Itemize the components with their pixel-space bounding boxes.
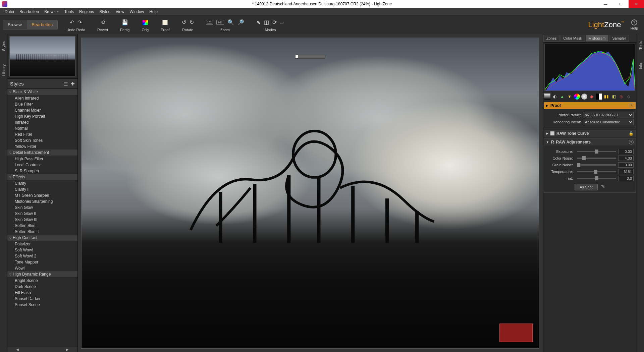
region-icon[interactable]: ▱: [280, 19, 284, 25]
style-item[interactable]: Fill Flash: [7, 290, 77, 296]
style-item[interactable]: Tone Mapper: [7, 259, 77, 265]
menu-styles[interactable]: Styles: [97, 9, 113, 15]
mode-browse[interactable]: Browse: [3, 20, 27, 29]
raw-adj-header[interactable]: ▼ R RAW Adjustments ?: [544, 139, 636, 145]
scroll-left[interactable]: ◀: [9, 348, 25, 351]
style-category[interactable]: High Contrast: [7, 235, 77, 241]
menu-help[interactable]: Help: [147, 9, 160, 15]
style-item[interactable]: SLR Sharpen: [7, 168, 77, 174]
style-item[interactable]: Local Contrast: [7, 162, 77, 168]
rendering-intent-select[interactable]: Absolute Colorimetric: [583, 119, 634, 125]
style-item[interactable]: Midtones Sharpening: [7, 198, 77, 204]
style-item[interactable]: Sunset Scene: [7, 302, 77, 308]
style-item[interactable]: Red Filter: [7, 131, 77, 137]
thumbnail-preview[interactable]: [9, 36, 75, 76]
styles-add-icon[interactable]: ✚: [71, 81, 75, 86]
ts-bw-icon[interactable]: [596, 94, 602, 100]
colornoise-value[interactable]: 4.00: [618, 156, 634, 161]
raw-adj-help-icon[interactable]: ?: [629, 140, 634, 144]
style-item[interactable]: Blue Filter: [7, 101, 77, 107]
tint-slider[interactable]: [577, 178, 616, 179]
rotate-mode-icon[interactable]: ⟳: [272, 19, 277, 25]
rotate-right-icon[interactable]: ↻: [190, 19, 194, 25]
menu-window[interactable]: Window: [127, 9, 147, 15]
tool-revert[interactable]: ⟲ Revert: [91, 18, 114, 32]
zoom-11[interactable]: 1:1: [206, 20, 213, 25]
undo-icon[interactable]: ↶: [70, 19, 74, 25]
proof-help-icon[interactable]: ?: [629, 103, 634, 108]
zoom-out-icon[interactable]: 🔎: [237, 19, 244, 25]
style-item[interactable]: High Key Portrait: [7, 113, 77, 119]
style-item[interactable]: Channel Mixer: [7, 107, 77, 113]
style-item[interactable]: Soft Skin Tones: [7, 137, 77, 143]
zoom-in-icon[interactable]: 🔍: [227, 19, 234, 25]
tool-proof[interactable]: Proof: [155, 18, 175, 32]
ts-redeye-icon[interactable]: ◇: [626, 94, 632, 100]
checkbox-icon[interactable]: [550, 131, 554, 135]
style-item[interactable]: MT Green Sharpen: [7, 192, 77, 198]
eyedropper-icon[interactable]: ✎: [601, 184, 605, 190]
close-button[interactable]: ✕: [629, 0, 644, 8]
ts-blur-icon[interactable]: ▼: [567, 94, 573, 100]
ts-noise-icon[interactable]: ▮▮: [603, 94, 609, 100]
tab-sampler[interactable]: Sampler: [609, 35, 629, 42]
style-category[interactable]: Black & White: [7, 89, 77, 95]
menu-regions[interactable]: Regions: [76, 9, 97, 15]
style-category[interactable]: Effects: [7, 174, 77, 180]
menu-bearbeiten[interactable]: Bearbeiten: [17, 9, 42, 15]
image-canvas[interactable]: [81, 38, 539, 349]
exposure-value[interactable]: 0.00: [618, 149, 634, 154]
as-shot-button[interactable]: As Shot: [575, 184, 598, 190]
grainnoise-value[interactable]: 0.00: [618, 162, 634, 168]
rail-info[interactable]: Info: [639, 56, 643, 76]
style-item[interactable]: Soft Wow!: [7, 247, 77, 253]
tool-orig[interactable]: Orig: [136, 18, 155, 32]
ts-colorbalance-icon[interactable]: [581, 94, 587, 100]
style-item[interactable]: Soften Skin II: [7, 229, 77, 235]
style-category[interactable]: Detail Enhancement: [7, 150, 77, 156]
grainnoise-slider[interactable]: [577, 164, 616, 166]
zoom-fit[interactable]: FIT: [216, 20, 224, 25]
ts-spot-icon[interactable]: ◎: [618, 94, 624, 100]
style-item[interactable]: Skin Glow: [7, 204, 77, 211]
style-item[interactable]: Infrared: [7, 119, 77, 125]
temperature-value[interactable]: 6161: [618, 169, 634, 174]
style-item[interactable]: Clarity: [7, 180, 77, 186]
style-item[interactable]: Wow!: [7, 265, 77, 271]
style-item[interactable]: Alien Infrared: [7, 95, 77, 101]
style-item[interactable]: High-Pass Filter: [7, 156, 77, 162]
ts-huesat-icon[interactable]: [574, 94, 580, 100]
rail-styles[interactable]: Styles: [2, 34, 6, 58]
menu-tools[interactable]: Tools: [62, 9, 76, 15]
redo-icon[interactable]: ↷: [77, 19, 82, 25]
ts-relight-icon[interactable]: ◐: [552, 94, 558, 100]
scroll-right[interactable]: ▶: [59, 348, 75, 351]
rail-history[interactable]: History: [2, 58, 6, 82]
styles-list[interactable]: Black & WhiteAlien InfraredBlue FilterCh…: [7, 89, 77, 347]
style-item[interactable]: Bright Scene: [7, 278, 77, 284]
ts-sharpen-icon[interactable]: ▲: [559, 94, 565, 100]
tool-fertig[interactable]: 💾 Fertig: [114, 18, 136, 32]
tab-colormask[interactable]: Color Mask: [560, 35, 585, 42]
ts-whitebalance-icon[interactable]: ◉: [589, 94, 595, 100]
colornoise-slider[interactable]: [577, 158, 616, 159]
proof-header[interactable]: ▶ Proof ?: [544, 102, 636, 109]
style-item[interactable]: Sunset Darker: [7, 296, 77, 302]
style-item[interactable]: Dark Scene: [7, 284, 77, 290]
style-item[interactable]: Normal: [7, 125, 77, 131]
style-item[interactable]: Skin Glow II: [7, 211, 77, 217]
temperature-slider[interactable]: [577, 171, 616, 172]
mode-edit[interactable]: Bearbeiten: [27, 20, 57, 29]
ts-clone-icon[interactable]: ◧: [611, 94, 617, 100]
exposure-slider[interactable]: [577, 151, 616, 152]
tab-histogram[interactable]: Histogram: [586, 35, 608, 42]
ts-zonemapper-icon[interactable]: [544, 94, 550, 100]
tint-value[interactable]: 0,0: [618, 176, 634, 181]
style-item[interactable]: Soften Skin: [7, 223, 77, 229]
rotate-left-icon[interactable]: ↺: [182, 19, 186, 25]
printer-profile-select[interactable]: sRGB IEC61966-2.1: [583, 112, 634, 118]
help-button[interactable]: ? Help: [630, 19, 638, 30]
pointer-icon[interactable]: ⬉: [256, 19, 261, 25]
menu-view[interactable]: View: [113, 9, 127, 15]
minimize-button[interactable]: —: [598, 0, 613, 8]
